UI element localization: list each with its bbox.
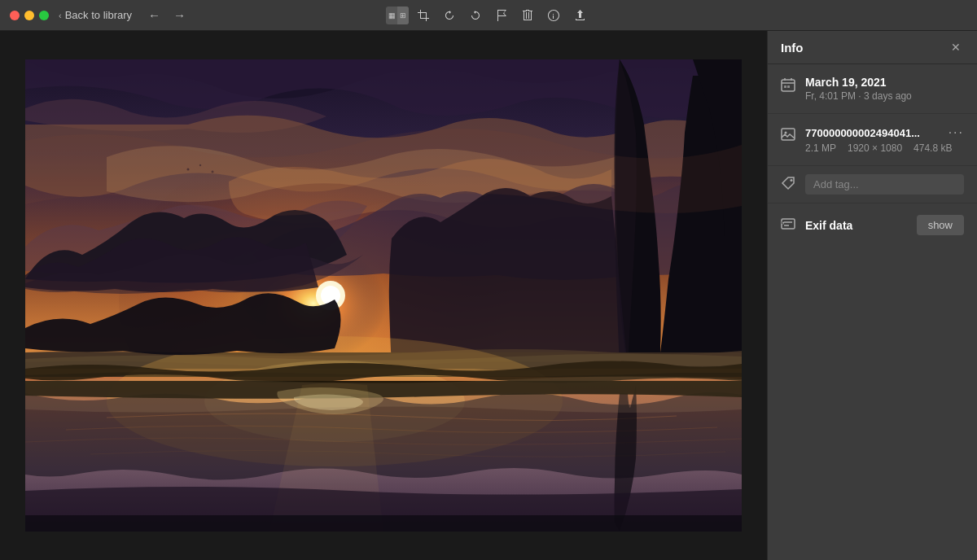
- image-icon: [781, 127, 795, 145]
- info-close-button[interactable]: ✕: [948, 39, 964, 55]
- landscape-image: [25, 59, 742, 532]
- back-label: Back to library: [65, 9, 132, 21]
- share-icon[interactable]: [568, 7, 591, 24]
- titlebar: ‹ Back to library ← → ▦ ⊞: [0, 0, 977, 31]
- svg-rect-16: [787, 85, 790, 88]
- more-options-button[interactable]: ···: [949, 125, 964, 140]
- flag-icon[interactable]: [490, 7, 513, 24]
- rotate-right-icon[interactable]: [464, 7, 487, 24]
- info-icon[interactable]: [542, 7, 565, 24]
- megapixels-label: 2.1 MP: [805, 142, 836, 154]
- svg-point-19: [791, 179, 793, 182]
- toolbar-center: ▦ ⊞: [386, 7, 591, 24]
- toggle-right: ⊞: [397, 7, 409, 24]
- photo-container: [0, 31, 767, 560]
- close-button[interactable]: [10, 11, 20, 20]
- filesize-label: 474.8 kB: [913, 142, 952, 154]
- chevron-left-icon: ‹: [59, 11, 62, 20]
- exif-section: Exif data show: [768, 203, 977, 247]
- file-meta: 2.1 MP 1920 × 1080 474.8 kB: [805, 142, 964, 154]
- nav-forward-icon[interactable]: →: [170, 7, 189, 24]
- calendar-icon: [781, 77, 795, 95]
- date-section: March 19, 2021 Fr, 4:01 PM · 3 days ago: [768, 64, 977, 114]
- photo-viewer: [0, 31, 767, 560]
- tag-icon: [781, 176, 795, 194]
- nav-back-icon[interactable]: ←: [145, 7, 164, 24]
- crop-icon[interactable]: [412, 7, 435, 24]
- trash-icon[interactable]: [516, 7, 539, 24]
- svg-rect-10: [25, 515, 742, 532]
- photo-date-sub: Fr, 4:01 PM · 3 days ago: [805, 90, 964, 102]
- maximize-button[interactable]: [39, 11, 49, 20]
- photo-date: March 19, 2021: [805, 76, 964, 89]
- file-content: 770000000002494041... ··· 2.1 MP 1920 × …: [805, 125, 964, 154]
- file-actions: 770000000002494041... ···: [805, 125, 964, 140]
- back-to-library-button[interactable]: ‹ Back to library: [59, 9, 132, 21]
- tag-input[interactable]: [805, 174, 964, 195]
- main-content: Info ✕ March 19, 2021 Fr, 4:01 PM · 3 da…: [0, 31, 977, 560]
- svg-rect-15: [784, 85, 786, 88]
- resolution-label: 1920 × 1080: [848, 142, 902, 154]
- file-section: 770000000002494041... ··· 2.1 MP 1920 × …: [768, 114, 977, 166]
- show-exif-button[interactable]: show: [917, 215, 964, 235]
- exif-label: Exif data: [805, 219, 907, 232]
- filename-label: 770000000002494041...: [805, 127, 920, 139]
- info-panel: Info ✕ March 19, 2021 Fr, 4:01 PM · 3 da…: [767, 31, 977, 560]
- info-panel-title: Info: [781, 41, 804, 55]
- rotate-left-icon[interactable]: [438, 7, 461, 24]
- exif-icon: [781, 217, 795, 234]
- grid-toggle[interactable]: ▦ ⊞: [386, 7, 409, 24]
- svg-rect-17: [782, 129, 795, 140]
- tag-section: [768, 166, 977, 203]
- date-content: March 19, 2021 Fr, 4:01 PM · 3 days ago: [805, 76, 964, 102]
- traffic-lights: [10, 11, 49, 20]
- info-header: Info ✕: [768, 31, 977, 64]
- minimize-button[interactable]: [24, 11, 34, 20]
- nav-arrows: ← →: [145, 7, 189, 24]
- toggle-left: ▦: [386, 7, 397, 24]
